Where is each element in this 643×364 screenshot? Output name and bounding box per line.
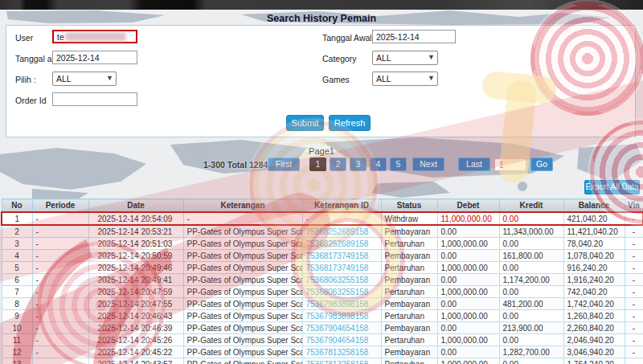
table-header-keterangan-id: Keterangan ID	[302, 199, 381, 213]
table-cell-kredit: 481,200.00	[499, 298, 563, 310]
page-button-4[interactable]: 4	[370, 157, 387, 171]
keterangan-id-link[interactable]: 75367813258158	[302, 346, 381, 358]
export-all-data-button[interactable]: Export All Data	[584, 180, 640, 194]
table-row: 8-2025-12-14 20:47:55PP-Gates of Olympus…	[2, 298, 643, 310]
table-cell-keterangan: PP-Gates of Olympus Super Scatter	[183, 286, 302, 298]
table-row: 6-2025-12-14 20:49:41PP-Gates of Olympus…	[2, 274, 643, 286]
games-select[interactable]: ALL▼	[372, 72, 438, 86]
keterangan-id-link[interactable]: 75368173749158	[302, 262, 381, 274]
table-cell-debet: 11,000,000.00	[437, 212, 499, 225]
table-cell-via: -	[625, 298, 643, 310]
table-cell-via: -	[625, 358, 643, 364]
table-cell-date: 2025-12-14 20:49:41	[88, 274, 183, 286]
goto-page-input[interactable]: 1	[494, 158, 526, 171]
table-cell-kredit: 0.00	[499, 310, 563, 322]
table-row: 7-2025-12-14 20:47:59PP-Gates of Olympus…	[2, 286, 643, 298]
games-label: Games	[322, 75, 350, 84]
keterangan-id-link[interactable]: 75367983898158	[302, 310, 381, 322]
table-cell-balance: 742,040.20	[563, 286, 625, 298]
table-cell-balance: 2,046,940.20	[563, 334, 625, 346]
category-value: ALL	[376, 53, 391, 63]
first-page-button[interactable]: First	[268, 157, 300, 171]
go-button[interactable]: Go	[530, 157, 553, 171]
table-cell-debet: 1,000,000.00	[437, 358, 499, 364]
category-select[interactable]: ALL▼	[372, 51, 438, 65]
table-cell-kredit: 0.00	[499, 212, 563, 225]
table-cell-no: 13	[2, 358, 32, 364]
table-cell-no: 6	[2, 274, 32, 286]
table-cell-balance: 1,764,240.20	[563, 358, 625, 364]
table-cell-keterangan: PP-Gates of Olympus Super Scatter	[183, 358, 302, 364]
page-button-2[interactable]: 2	[330, 157, 346, 171]
page-button-5[interactable]: 5	[390, 157, 407, 171]
table-cell-date: 2025-12-14 20:51:03	[88, 238, 183, 250]
keterangan-id-link[interactable]: 75368252689158	[302, 238, 381, 250]
table-cell-date: 2025-12-14 20:54:09	[88, 212, 183, 225]
table-header-periode: Periode	[32, 199, 88, 213]
order-id-input[interactable]	[52, 92, 137, 106]
page-button-1[interactable]: 1	[309, 157, 326, 171]
table-row: 4-2025-12-14 20:50:59PP-Gates of Olympus…	[2, 250, 643, 262]
keterangan-id-link[interactable]: 75367904654158	[302, 334, 381, 346]
pilih-value: ALL	[56, 74, 72, 84]
table-cell-no: 5	[2, 262, 32, 274]
table-cell-no: 1	[2, 212, 32, 225]
keterangan-id-link[interactable]: 75367983898158	[302, 298, 381, 310]
table-cell-keterangan: PP-Gates of Olympus Super Scatter	[183, 250, 302, 262]
table-cell-balance: 1,078,040.20	[563, 250, 625, 262]
keterangan-id-link[interactable]: 75368173749158	[302, 250, 381, 262]
table-cell-status: Pembayaran	[381, 322, 437, 334]
table-cell-date: 2025-12-14 20:46:43	[88, 310, 183, 322]
table-cell-debet: 0.00	[437, 225, 499, 238]
keterangan-id-link[interactable]: 75368063255158	[302, 286, 381, 298]
table-row: 10-2025-12-14 20:46:39PP-Gates of Olympu…	[2, 322, 643, 334]
submit-button[interactable]: Submit	[286, 115, 324, 131]
table-cell-via: -	[625, 286, 643, 298]
table-cell-keterangan: PP-Gates of Olympus Super Scatter	[183, 322, 302, 334]
page-indicator: Page1	[0, 146, 643, 156]
table-cell-via: -	[625, 334, 643, 346]
table-cell-keterangan: PP-Gates of Olympus Super Scatter	[183, 274, 302, 286]
table-cell-debet: 1,000,000.00	[437, 334, 499, 346]
keterangan-id-link[interactable]: 75367904654158	[302, 322, 381, 334]
table-cell-periode: -	[32, 238, 88, 250]
tanggal-akhir-input[interactable]: 2025-12-14	[52, 51, 137, 64]
table-header-kredit: Kredit	[499, 199, 563, 213]
page-button-3[interactable]: 3	[350, 157, 367, 171]
table-cell-debet: 0.00	[437, 322, 499, 334]
table-cell-balance: 916,240.20	[563, 262, 625, 274]
table-cell-date: 2025-12-14 20:46:39	[88, 322, 183, 334]
table-row: 13-2025-12-14 20:43:57PP-Gates of Olympu…	[2, 358, 643, 364]
user-input[interactable]: te	[52, 30, 137, 43]
next-page-button[interactable]: Next	[412, 157, 444, 171]
table-cell-debet: 1,000,000.00	[437, 310, 499, 322]
tanggal-awal-label: Tanggal Awal	[322, 33, 372, 43]
table-row: 1-2025-12-14 20:54:09--Withdraw11,000,00…	[2, 212, 643, 225]
chevron-down-icon: ▼	[428, 53, 435, 61]
redaction-blur	[65, 32, 126, 41]
tanggal-awal-input[interactable]: 2025-12-14	[372, 30, 456, 43]
table-cell-date: 2025-12-14 20:49:46	[88, 262, 183, 274]
games-value: ALL	[376, 74, 391, 84]
table-cell-date: 2025-12-14 20:45:26	[88, 334, 183, 346]
table-cell-status: Pembayaran	[381, 274, 437, 286]
table-cell-periode: -	[32, 298, 88, 310]
table-cell-balance: 421,040.20	[563, 212, 625, 225]
table-cell-balance: 78,040.20	[563, 238, 625, 250]
table-cell-keterangan: PP-Gates of Olympus Super Scatter	[183, 238, 302, 250]
table-cell-kredit: 0.00	[499, 358, 563, 364]
keterangan-id-link[interactable]: 75368063255158	[302, 274, 381, 286]
keterangan-id-link[interactable]: 75368252689158	[302, 225, 381, 238]
table-cell-no: 8	[2, 298, 32, 310]
keterangan-id-link[interactable]: 75367813258158	[302, 358, 381, 364]
top-bar	[0, 0, 643, 10]
last-page-button[interactable]: Last	[458, 157, 490, 171]
refresh-button[interactable]: Refresh	[329, 115, 371, 131]
table-cell-via: -	[625, 346, 643, 358]
table-header-via: Via	[625, 199, 643, 213]
pilih-select[interactable]: ALL▼	[52, 72, 117, 86]
table-cell-keterangan-id: -	[302, 212, 381, 225]
table-cell-keterangan: -	[183, 212, 302, 225]
table-cell-via: -	[625, 212, 643, 225]
table-cell-keterangan: PP-Gates of Olympus Super Scatter	[183, 310, 302, 322]
